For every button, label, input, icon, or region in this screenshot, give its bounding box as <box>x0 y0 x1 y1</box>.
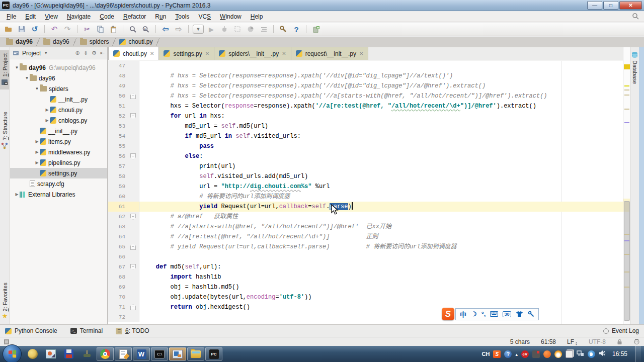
minimize-button[interactable]: — <box>587 1 602 10</box>
code-line-55[interactable]: 55 pass <box>108 141 623 151</box>
tray-volume[interactable] <box>599 350 606 358</box>
search-icon[interactable] <box>632 13 639 21</box>
menu-run[interactable]: Run <box>150 12 171 21</box>
menu-file[interactable]: File <box>2 12 21 21</box>
code-line-63[interactable]: 63 # //a[starts-with(@href, "/all/hot/re… <box>108 222 623 232</box>
title-bar[interactable]: PC day96 - [G:\wupeiqi\day96] - ...\day9… <box>0 0 644 11</box>
code-line-56[interactable]: 56− else: <box>108 151 623 161</box>
code-line-49[interactable]: 49 # hxs = Selector(response=response).x… <box>108 81 623 91</box>
code-line-67[interactable]: 67− def md5(self,url): <box>108 262 623 272</box>
tab-settings_py[interactable]: settings.py✕ <box>159 47 214 60</box>
error-stripe-mark[interactable] <box>624 95 629 96</box>
toolwindow-6-todo[interactable]: ☰6: TODO <box>116 327 149 334</box>
copy-icon[interactable] <box>95 24 106 34</box>
project-structure-icon[interactable] <box>310 24 321 34</box>
close-tab-icon[interactable]: ✕ <box>359 51 363 56</box>
sogou-ime-logo[interactable]: S <box>442 308 454 320</box>
fold-down-icon[interactable]: − <box>130 153 136 159</box>
menu-tools[interactable]: Tools <box>171 12 194 21</box>
error-stripe-mark[interactable] <box>624 287 629 288</box>
breadcrumb-chouti.py[interactable]: chouti.py <box>117 38 154 45</box>
fold-down-icon[interactable]: − <box>130 113 136 119</box>
tree-item-__init___py[interactable]: __init__.py <box>10 126 107 136</box>
profile-icon[interactable] <box>245 24 256 34</box>
error-stripe-mark[interactable] <box>624 240 629 241</box>
ime-toolbar[interactable]: S中☽°,30 <box>442 307 539 321</box>
toolwindow-python-console[interactable]: Python Console <box>5 327 57 334</box>
caret-position[interactable]: 61:58 <box>541 338 556 345</box>
code-line-58[interactable]: 58 self.visited_urls.add(md5_url) <box>108 171 623 182</box>
fold-up-icon[interactable]: − <box>130 244 136 250</box>
tab-spiders___init___py[interactable]: spiders\__init__.py✕ <box>214 47 291 60</box>
taskbar-floppy-tool[interactable] <box>60 347 77 360</box>
show-desktop-button[interactable] <box>635 346 641 362</box>
chevron-down-icon[interactable]: ▼ <box>44 51 48 55</box>
tree-item-settings_py[interactable]: settings.py <box>10 168 107 178</box>
tray-expand-arrow[interactable]: ▴ <box>515 350 518 357</box>
tray-sogou[interactable]: S <box>493 350 501 358</box>
toolwindow-terminal[interactable]: >_Terminal <box>70 327 103 334</box>
paste-icon[interactable] <box>108 24 119 34</box>
error-stripe-mark[interactable] <box>624 122 629 123</box>
code-line-72[interactable]: 72 <box>108 312 623 322</box>
fold-down-icon[interactable]: − <box>130 264 136 270</box>
help-icon[interactable]: ? <box>291 24 302 34</box>
taskbar-chrome[interactable] <box>97 347 114 360</box>
ime-skin-icon[interactable] <box>516 311 523 317</box>
tool-stripe-1-project[interactable]: 1: Project <box>0 50 10 89</box>
error-stripe-mark[interactable] <box>624 109 629 110</box>
event-log-button[interactable]: Event Log <box>603 327 639 334</box>
error-stripe-scrollbar[interactable] <box>623 47 630 324</box>
file-encoding[interactable]: UTF-8 <box>589 338 606 345</box>
menu-vcs[interactable]: VCS <box>194 12 215 21</box>
ime-voice-icon[interactable]: 30 <box>503 311 511 317</box>
settings-wrench-icon[interactable] <box>278 24 289 34</box>
tree-item-chouti_py[interactable]: ▶chouti.py <box>10 105 107 115</box>
open-folder-icon[interactable] <box>3 24 14 34</box>
tree-item-scrapy_cfg[interactable]: scrapy.cfg <box>10 178 107 189</box>
menu-edit[interactable]: Edit <box>21 12 40 21</box>
inspections-hector-icon[interactable] <box>633 338 640 345</box>
taskbar-paint-palette[interactable] <box>24 347 41 360</box>
tray-flame[interactable] <box>554 350 562 358</box>
ime-mode-icon[interactable]: 中 <box>460 309 466 319</box>
restore-layout-icon[interactable] <box>258 24 269 34</box>
menu-refactor[interactable]: Refactor <box>119 12 150 21</box>
fold-up-icon[interactable]: − <box>130 93 136 99</box>
error-stripe-mark[interactable] <box>624 234 629 235</box>
code-line-66[interactable]: 66 <box>108 252 623 262</box>
forward-icon[interactable]: ⇨ <box>173 24 184 34</box>
tree-item-spiders[interactable]: ▼spiders <box>10 83 107 94</box>
error-stripe-mark[interactable] <box>624 89 629 90</box>
breadcrumb-spiders[interactable]: spiders <box>78 38 111 45</box>
lock-icon[interactable] <box>617 339 622 345</box>
code-line-71[interactable]: 71− return obj.hexdigest() <box>108 302 623 312</box>
taskbar-notepad[interactable] <box>115 347 132 360</box>
tray-ev-red[interactable]: eV <box>521 350 529 358</box>
breadcrumb-day96[interactable]: day96 <box>41 38 71 45</box>
code-line-64[interactable]: 64 # //a[re:test(@href, "/all/hot/recent… <box>108 232 623 242</box>
tree-item-cnblogs_py[interactable]: ▶cnblogs.py <box>10 115 107 126</box>
taskbar-word[interactable]: W <box>133 347 150 360</box>
code-line-62[interactable]: 62− # a/@href 获取属性 <box>108 212 623 222</box>
collapse-all-icon[interactable]: ⇟ <box>84 50 88 56</box>
replace-icon[interactable]: A <box>140 24 151 34</box>
run-combo-icon[interactable]: ▼ <box>193 24 204 34</box>
taskbar-pycharm[interactable]: PC <box>205 347 222 360</box>
taskbar-explorer[interactable] <box>187 347 204 360</box>
code-line-59[interactable]: 59 url = "http://dig.chouti.com%s" %url <box>108 182 623 192</box>
tray-pages[interactable] <box>566 350 573 358</box>
code-line-61[interactable]: 61 yield Request(url=url,callback=self.p… <box>108 202 623 212</box>
tray-orange-dot[interactable] <box>543 350 551 358</box>
code-line-50[interactable]: 50− # hxs = Selector(response=response).… <box>108 91 623 101</box>
code-line-70[interactable]: 70 obj.update(bytes(url,encoding='utf-8'… <box>108 292 623 302</box>
error-stripe-mark[interactable] <box>624 85 629 86</box>
code-line-68[interactable]: 68 import hashlib <box>108 272 623 282</box>
code-line-47[interactable]: 47 <box>108 61 623 71</box>
error-stripe-mark[interactable] <box>624 254 629 255</box>
close-tab-icon[interactable]: ✕ <box>205 51 209 56</box>
undo-icon[interactable]: ↶ <box>49 24 60 34</box>
code-line-57[interactable]: 57 print(url) <box>108 161 623 171</box>
run-icon[interactable]: ▶ <box>206 24 217 34</box>
code-line-53[interactable]: 53 md5_url = self.md5(url) <box>108 121 623 131</box>
